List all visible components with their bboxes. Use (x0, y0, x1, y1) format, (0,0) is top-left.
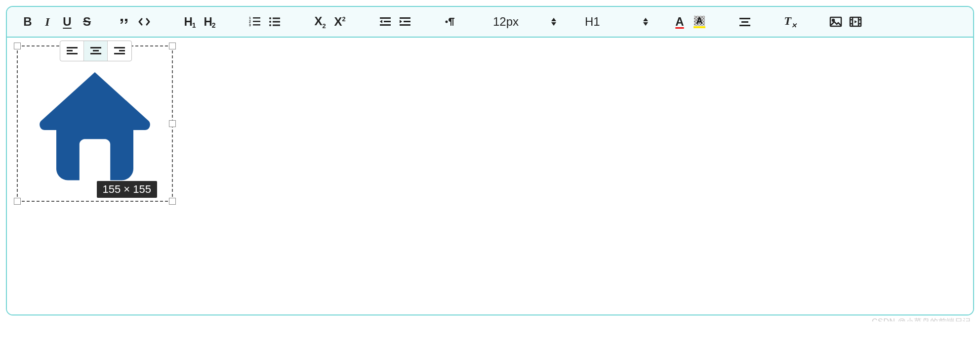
svg-rect-44 (114, 47, 125, 48)
align-center-icon (89, 45, 102, 56)
svg-rect-18 (400, 24, 410, 26)
font-color-button[interactable]: A (670, 12, 690, 32)
sort-icon (642, 18, 649, 26)
image-button[interactable] (826, 12, 846, 32)
align-center-icon (738, 16, 751, 28)
svg-rect-25 (739, 18, 750, 19)
svg-marker-37 (855, 20, 857, 23)
strike-icon: S (83, 15, 91, 29)
font-size-select[interactable]: 12px (486, 12, 560, 32)
svg-rect-3 (253, 17, 260, 19)
image-align-left[interactable] (60, 41, 84, 61)
image-selection[interactable]: 155 × 155 (17, 44, 175, 202)
image-dimensions-badge: 155 × 155 (97, 181, 157, 198)
bg-color-button[interactable]: A (690, 12, 709, 32)
superscript-button[interactable]: X2 (330, 12, 350, 32)
font-size-value: 12px (493, 15, 519, 29)
svg-point-29 (832, 19, 834, 21)
align-right-icon (113, 45, 126, 56)
image-bounding-box[interactable]: 155 × 155 (17, 45, 173, 202)
svg-text:2: 2 (249, 20, 251, 23)
image-align-toolbar (60, 41, 132, 61)
h1-button[interactable]: H1 (180, 12, 200, 32)
image-align-center[interactable] (84, 41, 108, 61)
svg-rect-5 (253, 24, 260, 26)
svg-marker-21 (551, 18, 556, 21)
svg-rect-9 (273, 18, 280, 19)
watermark-text: CSDN @小菜鸟的前端日记 (872, 317, 971, 321)
h2-button[interactable]: H2 (200, 12, 219, 32)
svg-point-20 (446, 21, 448, 23)
svg-marker-15 (380, 20, 382, 23)
unordered-list-button[interactable] (265, 12, 285, 32)
ordered-list-button[interactable]: 123 (245, 12, 265, 32)
video-button[interactable] (846, 12, 865, 32)
unordered-list-icon (269, 16, 281, 28)
resize-handle-bl[interactable] (14, 198, 21, 205)
svg-rect-11 (273, 25, 280, 26)
svg-rect-45 (119, 50, 125, 51)
svg-point-6 (269, 17, 271, 19)
resize-handle-br[interactable] (169, 198, 176, 205)
indent-icon (399, 16, 411, 28)
outdent-button[interactable] (375, 12, 395, 32)
svg-rect-43 (90, 53, 101, 54)
pilcrow-icon (444, 16, 457, 28)
svg-rect-10 (273, 21, 280, 23)
h2-icon: H2 (204, 15, 215, 29)
svg-rect-16 (400, 17, 410, 19)
clear-format-button[interactable]: T✕ (780, 12, 800, 32)
font-color-icon: A (675, 15, 684, 29)
underline-icon: U (63, 15, 71, 29)
editor-canvas[interactable]: 155 × 155 (7, 38, 973, 314)
svg-marker-22 (551, 22, 556, 26)
image-icon (829, 16, 842, 28)
subscript-icon: X2 (314, 14, 326, 30)
heading-select[interactable]: H1 (578, 12, 652, 32)
indent-button[interactable] (395, 12, 415, 32)
italic-button[interactable]: I (38, 12, 57, 32)
underline-button[interactable]: U (57, 12, 77, 32)
svg-rect-39 (67, 50, 73, 51)
heading-select-value: H1 (585, 15, 600, 29)
svg-marker-23 (643, 18, 648, 21)
svg-rect-38 (67, 47, 78, 48)
strike-button[interactable]: S (77, 12, 97, 32)
quote-icon (119, 16, 130, 28)
h1-icon: H1 (184, 15, 195, 29)
direction-button[interactable] (441, 12, 460, 32)
home-icon (31, 59, 159, 188)
bg-color-icon: A (694, 16, 705, 28)
svg-rect-12 (380, 17, 391, 19)
bold-button[interactable]: B (18, 12, 38, 32)
svg-rect-4 (253, 21, 260, 22)
svg-rect-13 (384, 21, 391, 22)
outdent-icon (379, 16, 392, 28)
svg-point-7 (269, 21, 271, 23)
resize-handle-tr[interactable] (169, 43, 176, 49)
resize-handle-mr[interactable] (169, 120, 176, 127)
svg-text:3: 3 (249, 23, 251, 27)
svg-rect-40 (67, 53, 78, 54)
align-button[interactable] (735, 12, 755, 32)
italic-icon: I (45, 15, 49, 29)
code-icon (138, 16, 151, 28)
svg-rect-46 (114, 53, 125, 54)
codeblock-button[interactable] (134, 12, 154, 32)
align-left-icon (66, 45, 79, 56)
ordered-list-icon: 123 (249, 16, 261, 28)
svg-rect-42 (93, 50, 99, 51)
svg-rect-27 (739, 25, 750, 26)
image-align-right[interactable] (108, 41, 131, 61)
sort-icon (550, 18, 557, 26)
svg-marker-24 (643, 22, 648, 26)
blockquote-button[interactable] (115, 12, 134, 32)
subscript-button[interactable]: X2 (310, 12, 330, 32)
svg-rect-14 (380, 24, 391, 26)
svg-marker-19 (400, 20, 402, 23)
resize-handle-tl[interactable] (14, 43, 21, 49)
clear-format-icon: T✕ (784, 14, 797, 30)
svg-rect-17 (404, 21, 410, 22)
editor-container: B I U S H1 H2 123 (6, 6, 974, 315)
superscript-icon: X2 (334, 15, 345, 29)
